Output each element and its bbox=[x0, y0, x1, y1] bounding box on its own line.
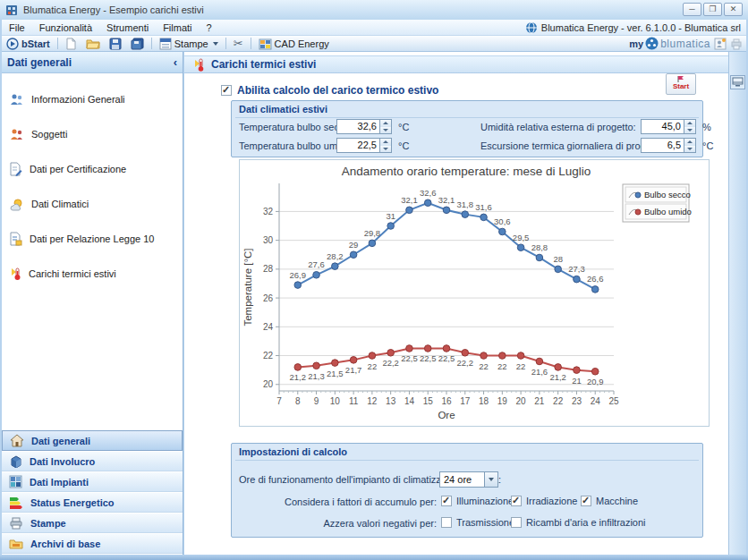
svg-text:31,6: 31,6 bbox=[475, 202, 492, 212]
svg-text:21,7: 21,7 bbox=[345, 365, 362, 375]
checkbox-box[interactable] bbox=[511, 496, 522, 506]
sidebar-item-dati-relazione-legge-10[interactable]: Dati per Relazione Legge 10 bbox=[2, 224, 183, 254]
grid-icon bbox=[9, 475, 22, 488]
spinner-control[interactable] bbox=[684, 120, 695, 133]
svg-text:30,6: 30,6 bbox=[494, 216, 511, 226]
spinner-control[interactable] bbox=[379, 120, 391, 133]
checkbox-trasmissione[interactable]: Trasmissione bbox=[441, 517, 514, 528]
sidebar-item-dati-climatici[interactable]: Dati Climatici bbox=[2, 189, 183, 219]
spinner-down-icon[interactable] bbox=[380, 146, 391, 153]
spinner-up-icon[interactable] bbox=[684, 120, 695, 127]
enable-calculation-label: Abilita calcolo del carico termico estiv… bbox=[237, 84, 438, 97]
input-bulbo-umido[interactable]: 22,5 bbox=[336, 138, 392, 153]
sidebar-item-carichi-termici-estivi[interactable]: Carichi termici estivi bbox=[2, 259, 183, 289]
unit-label: °C bbox=[398, 140, 409, 151]
separator bbox=[151, 38, 152, 49]
svg-text:22,2: 22,2 bbox=[382, 358, 399, 368]
close-button[interactable]: ✕ bbox=[724, 3, 743, 16]
svg-text:30: 30 bbox=[263, 235, 274, 245]
my-blumatica-logo[interactable]: my blumatica bbox=[629, 37, 710, 50]
stampe-button[interactable]: Stampe bbox=[155, 36, 223, 51]
input-escursione[interactable]: 6,5 bbox=[641, 138, 696, 153]
nav-label: Archivi di base bbox=[30, 539, 100, 549]
nav-label: Stampe bbox=[30, 518, 66, 529]
svg-text:26: 26 bbox=[263, 293, 274, 303]
sidebar-item-informazioni-generali[interactable]: Informazioni Generali bbox=[2, 84, 183, 115]
page-title: Carichi termici estivi bbox=[211, 58, 316, 71]
new-document-button[interactable] bbox=[61, 36, 81, 51]
nav-status-energetico[interactable]: Status Energetico bbox=[2, 492, 183, 513]
svg-text:32,1: 32,1 bbox=[401, 195, 418, 205]
spinner-down-icon[interactable] bbox=[684, 146, 695, 153]
tools-button[interactable]: ✂ bbox=[229, 36, 248, 51]
hours-dropdown[interactable]: 24 ore bbox=[439, 471, 498, 488]
thermometer-icon bbox=[9, 267, 21, 281]
svg-text:22,5: 22,5 bbox=[438, 353, 455, 363]
globe-icon bbox=[525, 21, 538, 34]
checkbox-ricambi-aria[interactable]: Ricambi d'aria e infiltrazioni bbox=[511, 517, 646, 528]
monitor-panel-button[interactable] bbox=[730, 75, 745, 89]
spinner-up-icon[interactable] bbox=[380, 120, 391, 127]
save-all-button[interactable] bbox=[126, 36, 149, 51]
checkbox-box[interactable] bbox=[581, 496, 591, 506]
svg-text:28,2: 28,2 bbox=[327, 251, 344, 261]
nav-dati-generali[interactable]: Dati generali bbox=[2, 430, 183, 451]
collapse-chevron-icon[interactable]: ‹ bbox=[174, 55, 177, 69]
minimize-button[interactable]: ─ bbox=[683, 3, 701, 16]
menu-funzionalita[interactable]: Funzionalità bbox=[32, 22, 99, 33]
menu-help[interactable]: ? bbox=[200, 22, 219, 33]
enable-calculation-checkbox[interactable]: Abilita calcolo del carico termico estiv… bbox=[221, 84, 438, 97]
svg-text:24: 24 bbox=[263, 322, 274, 332]
svg-text:21,5: 21,5 bbox=[327, 369, 344, 378]
maximize-button[interactable]: ❐ bbox=[703, 3, 722, 16]
spinner-up-icon[interactable] bbox=[684, 139, 695, 146]
version-text: Blumatica Energy - ver. 6.1.0.0 - Blumat… bbox=[541, 22, 741, 33]
checkbox-box[interactable] bbox=[511, 517, 522, 528]
svg-text:10: 10 bbox=[330, 396, 341, 406]
cad-energy-button[interactable]: CAD Energy bbox=[254, 36, 334, 51]
checkbox-box[interactable] bbox=[441, 517, 452, 528]
user-account-icon[interactable] bbox=[714, 38, 727, 50]
svg-text:22: 22 bbox=[553, 396, 564, 406]
sidebar-item-dati-per-certificazione[interactable]: Dati per Certificazione bbox=[2, 154, 183, 184]
hours-value: 24 ore bbox=[440, 472, 484, 487]
separator bbox=[225, 38, 226, 49]
menu-file[interactable]: File bbox=[2, 22, 32, 33]
sidebar-item-soggetti[interactable]: Soggetti bbox=[2, 119, 183, 149]
people-icon bbox=[9, 128, 24, 141]
chevron-down-icon bbox=[213, 42, 218, 46]
input-bulbo-secco[interactable]: 32,6 bbox=[336, 119, 392, 134]
checkbox-macchine[interactable]: Macchine bbox=[581, 496, 638, 506]
save-button[interactable] bbox=[105, 36, 126, 51]
climate-group-title: Dati climatici estivi bbox=[239, 104, 327, 115]
spinner-down-icon[interactable] bbox=[684, 127, 695, 134]
spinner-up-icon[interactable] bbox=[380, 139, 391, 146]
checkbox-illuminazione[interactable]: Illuminazione bbox=[441, 496, 514, 506]
checkbox-irradiazione[interactable]: Irradiazione bbox=[511, 496, 577, 506]
sidebar-item-label: Soggetti bbox=[31, 129, 67, 140]
svg-text:20: 20 bbox=[516, 396, 527, 406]
svg-text:Bulbo umido: Bulbo umido bbox=[644, 207, 692, 216]
spinner-control[interactable] bbox=[379, 139, 391, 152]
nav-stampe[interactable]: Stampe bbox=[2, 513, 183, 533]
checkbox-box[interactable] bbox=[441, 496, 452, 506]
svg-text:7: 7 bbox=[276, 396, 282, 406]
nav-archivi-di-base[interactable]: Archivi di base bbox=[2, 533, 183, 554]
bstart-button[interactable]: bStart bbox=[2, 36, 55, 51]
input-umidita[interactable]: 45,0 bbox=[641, 119, 696, 134]
sidebar-item-label: Informazioni Generali bbox=[31, 94, 125, 105]
nav-dati-involucro[interactable]: Dati Involucro bbox=[2, 451, 183, 471]
spinner-down-icon[interactable] bbox=[380, 127, 391, 134]
checkbox-box[interactable] bbox=[221, 85, 232, 96]
calculation-settings-group: Impostazioni di calcolo Ore di funzionam… bbox=[231, 443, 703, 538]
nav-dati-impianti[interactable]: Dati Impianti bbox=[2, 471, 183, 492]
menu-filmati[interactable]: Filmati bbox=[156, 22, 199, 33]
nav-label: Dati Impianti bbox=[30, 477, 89, 488]
dropdown-arrow-icon[interactable] bbox=[484, 472, 497, 487]
menu-strumenti[interactable]: Strumenti bbox=[99, 22, 156, 33]
open-button[interactable] bbox=[81, 36, 105, 51]
sidebar: Dati generali ‹ Informazioni Generali So… bbox=[2, 52, 183, 555]
spinner-control[interactable] bbox=[684, 139, 695, 152]
start-calculation-button[interactable]: Start bbox=[666, 73, 696, 95]
printer-icon[interactable] bbox=[730, 38, 743, 50]
